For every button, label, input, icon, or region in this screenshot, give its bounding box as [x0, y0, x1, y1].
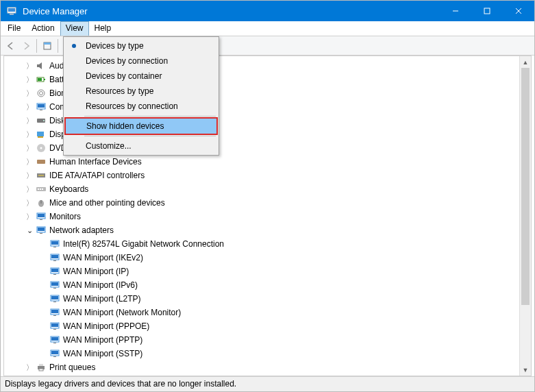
- menu-item-label: Show hidden devices: [86, 121, 164, 131]
- menu-show-hidden-devices[interactable]: Show hidden devices: [64, 117, 218, 135]
- svg-rect-40: [53, 247, 56, 247]
- menu-item-label: Devices by container: [86, 71, 162, 81]
- expander-icon[interactable]: 〉: [25, 182, 34, 196]
- window-controls: [440, 1, 534, 21]
- tree-node-print-queues[interactable]: 〉 Print queues: [8, 360, 531, 374]
- expander-icon[interactable]: 〉: [25, 59, 34, 73]
- close-button[interactable]: [503, 1, 534, 21]
- menu-devices-by-container[interactable]: Devices by container: [65, 69, 217, 84]
- svg-rect-34: [40, 219, 42, 220]
- expander-icon[interactable]: 〉: [25, 73, 34, 86]
- back-button[interactable]: [3, 38, 18, 53]
- menu-devices-by-type[interactable]: Devices by type: [65, 38, 217, 53]
- tree-node-hid[interactable]: 〉 Human Interface Devices: [8, 155, 531, 169]
- expander-icon[interactable]: 〉: [25, 114, 34, 127]
- svg-rect-27: [38, 188, 39, 190]
- svg-rect-23: [37, 160, 45, 164]
- scroll-track[interactable]: [520, 68, 531, 364]
- svg-rect-43: [53, 260, 56, 261]
- tree-node-network-child[interactable]: ·WAN Miniport (L2TP): [8, 292, 531, 306]
- tree-node-monitors[interactable]: 〉 Monitors: [8, 210, 531, 223]
- tree-node-network-adapters[interactable]: ⌄ Network adapters: [8, 223, 531, 237]
- tree-node-network-child[interactable]: ·WAN Miniport (IKEv2): [8, 251, 531, 265]
- menu-customize[interactable]: Customize...: [65, 138, 217, 154]
- tree-node-network-child[interactable]: ·WAN Miniport (SSTP): [8, 347, 531, 360]
- disc-icon: [36, 143, 47, 154]
- menu-devices-by-connection[interactable]: Devices by connection: [65, 53, 217, 69]
- menu-separator: [84, 116, 216, 117]
- expander-icon[interactable]: 〉: [25, 360, 34, 374]
- svg-rect-29: [42, 188, 43, 190]
- tree-label: Mice and other pointing devices: [49, 196, 165, 210]
- toolbar-separator: [36, 39, 37, 53]
- expander-icon[interactable]: 〉: [25, 86, 34, 100]
- expander-icon[interactable]: 〉: [25, 169, 34, 182]
- tree-node-mice[interactable]: 〉 Mice and other pointing devices: [8, 196, 531, 210]
- tree-node-network-child[interactable]: ·WAN Miniport (Network Monitor): [8, 306, 531, 319]
- svg-point-18: [43, 120, 45, 121]
- maximize-button[interactable]: [471, 1, 503, 21]
- tree-node-network-child[interactable]: ·WAN Miniport (PPPOE): [8, 319, 531, 333]
- svg-rect-61: [53, 343, 56, 343]
- minimize-button[interactable]: [440, 1, 471, 21]
- app-icon: [6, 5, 17, 16]
- tree-node-network-child[interactable]: ·WAN Miniport (IPv6): [8, 278, 531, 292]
- svg-rect-49: [53, 288, 56, 289]
- tree-label: WAN Miniport (PPPOE): [63, 319, 149, 333]
- svg-rect-60: [51, 337, 58, 341]
- svg-rect-51: [51, 296, 58, 299]
- expander-icon[interactable]: 〉: [25, 155, 34, 169]
- svg-rect-48: [51, 282, 58, 286]
- menu-resources-by-connection[interactable]: Resources by connection: [65, 99, 217, 114]
- expander-icon[interactable]: 〉: [25, 196, 34, 210]
- speaker-icon: [36, 60, 47, 71]
- menu-action[interactable]: Action: [26, 21, 60, 36]
- tree-label: WAN Miniport (L2TP): [63, 292, 141, 306]
- network-adapter-icon: [49, 252, 60, 263]
- tree-node-keyboards[interactable]: 〉 Keyboards: [8, 182, 531, 196]
- forward-button[interactable]: [18, 38, 34, 53]
- svg-rect-45: [51, 269, 58, 272]
- expander-collapse-icon[interactable]: ⌄: [25, 223, 34, 237]
- tree-label: WAN Miniport (IP): [63, 265, 129, 278]
- menu-item-label: Customize...: [86, 141, 132, 151]
- expander-icon[interactable]: 〉: [25, 100, 34, 114]
- menu-file[interactable]: File: [2, 21, 26, 36]
- expander-icon[interactable]: 〉: [25, 127, 34, 141]
- menu-help[interactable]: Help: [89, 21, 117, 36]
- tree-label: Keyboards: [49, 182, 88, 196]
- vertical-scrollbar[interactable]: ▲ ▼: [519, 56, 531, 376]
- svg-rect-8: [44, 42, 51, 45]
- expander-icon[interactable]: 〉: [25, 210, 34, 223]
- scroll-up-button[interactable]: ▲: [520, 56, 531, 68]
- svg-rect-11: [44, 79, 45, 80]
- hid-icon: [36, 156, 47, 167]
- printer-icon: [36, 362, 47, 373]
- svg-rect-54: [51, 310, 58, 313]
- tree-label: Monitors: [49, 210, 81, 223]
- svg-rect-1: [8, 8, 15, 12]
- properties-button[interactable]: [40, 38, 55, 53]
- tree-label: Intel(R) 82574L Gigabit Network Connecti…: [63, 237, 224, 251]
- svg-rect-37: [40, 233, 42, 234]
- tree-node-network-child[interactable]: ·Intel(R) 82574L Gigabit Network Connect…: [8, 237, 531, 251]
- svg-rect-46: [53, 274, 56, 275]
- scroll-down-button[interactable]: ▼: [520, 364, 531, 376]
- tree-node-network-child[interactable]: ·WAN Miniport (IP): [8, 265, 531, 278]
- tree-node-network-child[interactable]: ·WAN Miniport (PPTP): [8, 333, 531, 347]
- monitor-icon: [36, 211, 47, 222]
- svg-rect-25: [38, 175, 44, 176]
- network-adapter-icon: [49, 307, 60, 318]
- controller-icon: [36, 170, 47, 181]
- scroll-thumb[interactable]: [521, 68, 530, 305]
- monitor-icon: [36, 101, 47, 112]
- svg-rect-39: [51, 241, 58, 245]
- expander-icon[interactable]: 〉: [25, 141, 34, 155]
- network-adapter-icon: [49, 238, 60, 249]
- network-adapter-icon: [49, 348, 60, 359]
- tree-node-ide[interactable]: 〉 IDE ATA/ATAPI controllers: [8, 169, 531, 182]
- menu-resources-by-type[interactable]: Resources by type: [65, 84, 217, 99]
- svg-rect-36: [38, 228, 45, 231]
- menu-view[interactable]: View: [60, 21, 89, 36]
- view-dropdown-menu: Devices by type Devices by connection De…: [63, 36, 219, 156]
